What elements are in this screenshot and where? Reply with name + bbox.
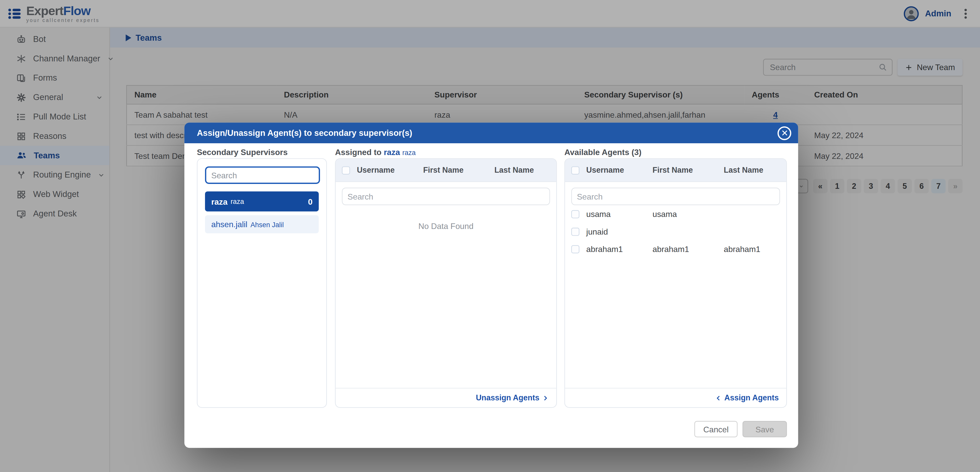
available-agents-panel: Username First Name Last Name usama usam… xyxy=(565,158,787,408)
assigned-panel-footer: Unassign Agents xyxy=(336,388,556,407)
assigned-count-badge: 0 xyxy=(308,197,313,206)
modal-header: Assign/Unassign Agent(s) to secondary su… xyxy=(184,123,798,143)
supervisors-panel-title: Secondary Supervisors xyxy=(197,148,288,157)
agent-row-usama[interactable]: usama usama xyxy=(565,205,786,223)
available-panel-footer: Assign Agents xyxy=(565,388,786,407)
no-data-text: No Data Found xyxy=(336,222,556,231)
agent-row-junaid[interactable]: junaid xyxy=(565,223,786,240)
chevron-right-icon xyxy=(542,394,549,402)
cancel-button[interactable]: Cancel xyxy=(695,421,738,437)
modal-footer: Cancel Save xyxy=(695,421,787,437)
assigned-table-header: Username First Name Last Name xyxy=(336,159,556,182)
supervisors-search-input[interactable] xyxy=(205,166,320,184)
assigned-supervisor-username: raza xyxy=(383,148,400,157)
supervisors-panel: raza raza 0 ahsen.jalil Ahsen Jalil xyxy=(197,158,327,408)
agent-row-abraham1[interactable]: abraham1 abraham1 abraham1 xyxy=(565,240,786,258)
row-checkbox[interactable] xyxy=(571,210,579,218)
select-all-checkbox[interactable] xyxy=(571,166,579,174)
row-checkbox[interactable] xyxy=(571,245,579,253)
assign-agents-modal: Assign/Unassign Agent(s) to secondary su… xyxy=(184,123,798,448)
unassign-agents-button[interactable]: Unassign Agents xyxy=(476,394,549,402)
available-table-header: Username First Name Last Name xyxy=(565,159,786,182)
available-panel-title: Available Agents (3) xyxy=(565,148,641,157)
app-root: ExpertFlow your callcenter experts Admin xyxy=(0,0,980,472)
select-all-checkbox[interactable] xyxy=(342,166,350,174)
assigned-supervisor-name: raza xyxy=(402,149,415,156)
supervisor-item-raza[interactable]: raza raza 0 xyxy=(205,191,319,211)
available-search-input[interactable] xyxy=(571,188,780,205)
assigned-agents-panel: Username First Name Last Name No Data Fo… xyxy=(335,158,557,408)
supervisor-item-ahsen-jalil[interactable]: ahsen.jalil Ahsen Jalil xyxy=(205,215,319,233)
save-button[interactable]: Save xyxy=(743,421,787,437)
row-checkbox[interactable] xyxy=(571,227,579,236)
close-icon[interactable] xyxy=(778,126,791,140)
assigned-panel-title: Assigned to raza raza xyxy=(335,148,416,157)
assigned-search-input[interactable] xyxy=(342,188,550,205)
assign-agents-button[interactable]: Assign Agents xyxy=(715,394,779,402)
modal-title: Assign/Unassign Agent(s) to secondary su… xyxy=(197,128,412,138)
chevron-left-icon xyxy=(715,394,722,402)
